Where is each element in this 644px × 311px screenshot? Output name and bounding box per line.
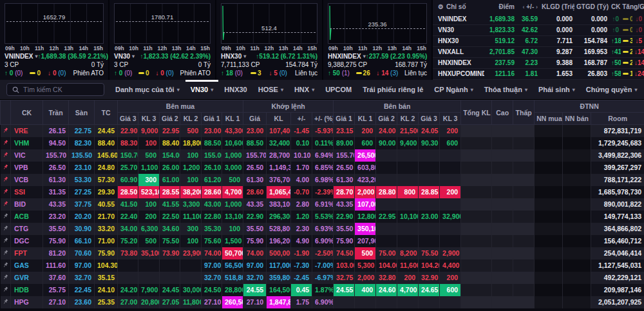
col-room[interactable]: Room [591, 113, 644, 125]
index-row-vnxall[interactable]: VNXALL2,701.8547.309.287169.953↑4122↓14 [433, 46, 644, 57]
board-row-hdb[interactable]: HDB25.7522.4524.1024.207,90024.4530,0002… [1, 284, 644, 296]
pin-icon[interactable] [1, 272, 11, 284]
stock-code[interactable]: ACB [11, 211, 43, 223]
pin-icon[interactable] [1, 223, 11, 235]
pin-icon[interactable] [1, 235, 11, 247]
board-row-gas[interactable]: GAS111.6097.00104.3097.0056,50097.00117,… [1, 259, 644, 272]
pin-icon[interactable] [1, 284, 11, 296]
nav-item-vn30[interactable]: VN30▾ [191, 86, 214, 93]
col-diem[interactable]: Điểm [484, 0, 516, 14]
board-row-fpt[interactable]: FPT81.2070.6075.9073.8035,10073.9023,900… [1, 247, 644, 259]
nav-item-hose[interactable]: HOSE▾ [258, 86, 283, 93]
pin-icon[interactable] [1, 137, 11, 149]
index-selector[interactable]: VNINDEX▾ [5, 52, 37, 61]
board-row-bid[interactable]: BID43.3537.7540.5541.5010041.553,30043.0… [1, 198, 644, 211]
stock-code[interactable]: HDB [11, 284, 43, 296]
col-kl2-mua[interactable]: KL 2 [180, 113, 202, 125]
col-gia1-ban[interactable]: Giá 1 [334, 113, 355, 125]
nav-item-danh-m-c-c-a-t-i[interactable]: Danh mục của tôi▾ [115, 86, 180, 93]
gear-icon[interactable]: ⚙ [438, 3, 444, 10]
col-nn-ban[interactable]: NN bán [563, 113, 591, 125]
stock-code[interactable]: FPT [11, 247, 43, 259]
search-input[interactable] [23, 86, 94, 93]
pin-icon[interactable] [1, 198, 11, 211]
col-kl3-mua[interactable]: KL 3 [138, 113, 160, 125]
stock-code[interactable]: HPG [11, 296, 43, 308]
stock-code[interactable]: GAS [11, 259, 43, 272]
col-gia2-mua[interactable]: Giá 2 [160, 113, 180, 125]
col-ck[interactable]: CK [11, 100, 43, 125]
col-gia2-ban[interactable]: Giá 2 [376, 113, 397, 125]
nav-item-th-a-thu-n[interactable]: Thỏa thuận▾ [484, 86, 527, 93]
col-klgd[interactable]: KLGD (Triệu) [540, 0, 574, 14]
board-row-vic[interactable]: VIC155.70135.50145.60150.70500154.001001… [1, 149, 644, 162]
nav-item-tr-i-phi-u-ri-ng-l-[interactable]: Trái phiếu riêng lẻ [363, 86, 423, 93]
board-row-vpb[interactable]: VPB26.5023.1024.8025.701,10026.001,20026… [1, 162, 644, 174]
col-updown[interactable]: CK Tăng/Giảm [609, 0, 644, 14]
stock-code[interactable]: VRE [11, 125, 43, 137]
col-tc[interactable]: TC [95, 100, 118, 125]
stock-code[interactable]: DGC [11, 235, 43, 247]
col-gia1-mua[interactable]: Giá 1 [202, 113, 222, 125]
pin-icon[interactable] [1, 149, 11, 162]
pin-icon[interactable] [1, 211, 11, 223]
board-row-vcb[interactable]: VCB61.3053.3057.3060.9030061.0010061.205… [1, 174, 644, 186]
stock-code[interactable]: GVR [11, 272, 43, 284]
pin-icon[interactable] [1, 247, 11, 259]
col-gia3-ban[interactable]: Giá 3 [419, 113, 440, 125]
stock-code[interactable]: CTG [11, 223, 43, 235]
col-pct[interactable]: +/- (%) [312, 113, 334, 125]
pin-icon[interactable] [1, 162, 11, 174]
index-row-vn30[interactable]: VN301,823.3342.620.0000.000↑00↓0 [433, 24, 644, 35]
index-row-hnxupcomindex[interactable]: HNXUPCOMINDEX121.161.811.65326.803↑5819↓… [433, 68, 644, 79]
index-row-hnx30[interactable]: HNX30519.126.727.711154.784↑183↓5 [433, 35, 644, 46]
index-row-hnxindex[interactable]: HNXINDEX237.592.239.388168.787↑5026↓14 [433, 57, 644, 68]
pin-icon[interactable] [1, 174, 11, 186]
col-kl1-ban[interactable]: KL 1 [355, 113, 376, 125]
nav-item-upcom[interactable]: UPCOM [325, 86, 352, 93]
col-chg[interactable]: +/- [291, 113, 312, 125]
nav-item-ph-i-sinh[interactable]: Phái sinh▾ [538, 86, 575, 93]
col-kl3-ban[interactable]: KL 3 [440, 113, 461, 125]
board-row-vhm[interactable]: VHM94.5082.3088.4088.3010088.4018,80088.… [1, 137, 644, 149]
col-kl-khop[interactable]: KL [267, 113, 291, 125]
nav-item-ch-ng-quy-n[interactable]: Chứng quyền▾ [586, 86, 638, 93]
board-row-acb[interactable]: ACB23.2020.2021.7022.4020022.5011,10022.… [1, 211, 644, 223]
col-cao[interactable]: Cao [492, 100, 513, 125]
col-gtgd[interactable]: GTGD (Tỷ) [574, 0, 609, 14]
col-san[interactable]: Sàn [69, 100, 95, 125]
pin-icon[interactable] [1, 296, 11, 308]
col-tran[interactable]: Trần [43, 100, 69, 125]
col-tong-kl[interactable]: Tổng KL [461, 100, 492, 125]
col-kl1-mua[interactable]: KL 1 [222, 113, 243, 125]
board-row-vre[interactable]: VRE26.1522.7524.4522.909,00022.9550023.0… [1, 125, 644, 137]
col-nn-mua[interactable]: NN mua [535, 113, 563, 125]
board-row-hpg[interactable]: HPG27.1023.6025.3527.0020,80027.0511,800… [1, 296, 644, 308]
stock-search[interactable] [6, 83, 104, 96]
pin-icon[interactable] [1, 125, 11, 137]
board-row-ssi[interactable]: SSI31.3527.2529.3028.50523,10028.5538,20… [1, 186, 644, 198]
stock-code[interactable]: SSI [11, 186, 43, 198]
index-selector[interactable]: VN30▾ [114, 52, 135, 61]
index-row-vnindex[interactable]: VNINDEX1,689.3836.590.0000.000↑00↓0 [433, 14, 644, 24]
index-selector[interactable]: HNXINDEX▾ [328, 52, 366, 61]
index-selector[interactable]: HNX30▾ [221, 52, 246, 61]
nav-item-hnx30[interactable]: HNX30 [224, 86, 247, 93]
col-kl2-ban[interactable]: KL 2 [397, 113, 419, 125]
board-row-gvr[interactable]: GVR37.6032.7035.1532.70518,80032.70359,8… [1, 272, 644, 284]
nav-item-hnx[interactable]: HNX▾ [294, 86, 314, 93]
board-row-ctg[interactable]: CTG35.5030.9033.2034.006,30034.6030035.3… [1, 223, 644, 235]
stock-code[interactable]: VIC [11, 149, 43, 162]
stock-code[interactable]: VPB [11, 162, 43, 174]
col-change[interactable]: ‹ +/- › [516, 0, 540, 14]
col-gia-khop[interactable]: Giá [243, 113, 267, 125]
col-thap[interactable]: Thấp [513, 100, 535, 125]
col-gia3-mua[interactable]: Giá 3 [118, 113, 138, 125]
stock-code[interactable]: VCB [11, 174, 43, 186]
pin-icon[interactable] [1, 186, 11, 198]
board-row-dgc[interactable]: DGC75.9066.1071.0075.2050075.5010075.601… [1, 235, 644, 247]
pin-icon[interactable] [1, 259, 11, 272]
col-chi-so[interactable]: ⚙Chỉ số [433, 0, 484, 14]
nav-item-cp-ng-nh[interactable]: CP Ngành▾ [434, 86, 473, 93]
stock-code[interactable]: VHM [11, 137, 43, 149]
